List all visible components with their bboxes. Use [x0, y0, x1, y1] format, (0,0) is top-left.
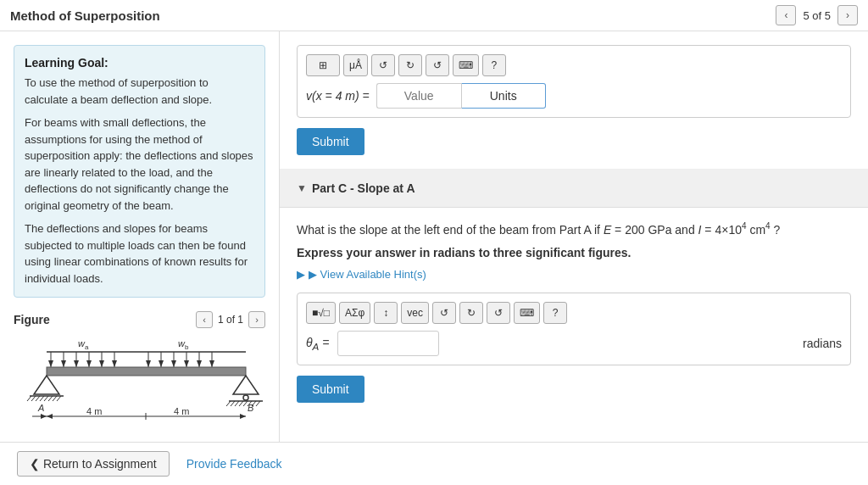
svg-line-44 — [226, 401, 231, 406]
answer-section-top: ⊞ μÅ ↺ ↻ ↺ ⌨ ? v(x = 4 m) = Submit — [280, 31, 868, 170]
figure-header: Figure ‹ 1 of 1 › — [14, 311, 265, 328]
toolbar-grid-btn[interactable]: ⊞ — [306, 54, 340, 76]
figure-section: Figure ‹ 1 of 1 › w a w b — [14, 311, 265, 428]
part-c-section: ▼ Part C - Slope at A — [280, 170, 868, 208]
svg-marker-24 — [184, 360, 189, 367]
return-button[interactable]: ❮ Return to Assignment — [17, 451, 170, 477]
header: Method of Superposition ‹ 5 of 5 › — [0, 0, 868, 31]
units-input[interactable] — [461, 83, 546, 109]
svg-marker-13 — [99, 360, 104, 367]
beam-diagram: w a w b — [17, 335, 263, 428]
svg-line-38 — [48, 396, 53, 401]
part-c-content: What is the slope at the left end of the… — [280, 208, 868, 442]
svg-text:4 m: 4 m — [174, 406, 189, 416]
svg-line-40 — [57, 396, 61, 401]
svg-line-33 — [27, 396, 31, 401]
value-input[interactable] — [376, 83, 461, 109]
pc-toolbar-undo-btn[interactable]: ↺ — [432, 302, 456, 324]
part-c-title: Part C - Slope at A — [312, 181, 415, 195]
hint-link[interactable]: ▶ ▶ View Available Hint(s) — [297, 268, 851, 281]
toolbar-redo-btn[interactable]: ↻ — [398, 54, 422, 76]
pc-toolbar-refresh-btn[interactable]: ↺ — [487, 302, 510, 324]
learning-goal-p1: To use the method of superposition to ca… — [25, 75, 254, 108]
svg-text:A: A — [37, 403, 44, 413]
svg-line-35 — [36, 396, 40, 401]
svg-text:a: a — [85, 343, 89, 351]
theta-label: θA = — [306, 336, 329, 352]
part-c-submit-button[interactable]: Submit — [297, 376, 364, 403]
part-c-answer-box: ■√□ ΑΣφ ↕ vec ↺ ↻ ↺ ⌨ ? θA = radians — [297, 293, 851, 365]
toolbar-refresh-btn[interactable]: ↺ — [426, 54, 449, 76]
learning-goal-p3: The deflections and slopes for beams sub… — [25, 220, 254, 287]
top-submit-button[interactable]: Submit — [297, 128, 364, 155]
svg-line-34 — [31, 396, 36, 401]
nav-counter: 5 of 5 — [803, 9, 831, 22]
svg-marker-20 — [159, 360, 164, 367]
value-units-row: v(x = 4 m) = — [306, 83, 842, 109]
svg-line-39 — [53, 396, 57, 401]
page-title: Method of Superposition — [10, 8, 160, 23]
part-c-math-toolbar: ■√□ ΑΣφ ↕ vec ↺ ↻ ↺ ⌨ ? — [306, 302, 842, 324]
learning-goal-text: To use the method of superposition to ca… — [25, 75, 254, 287]
figure-prev-button[interactable]: ‹ — [196, 311, 213, 328]
hint-arrow-icon: ▶ — [297, 268, 305, 281]
equation-label: v(x = 4 m) = — [306, 89, 370, 103]
right-panel: ⊞ μÅ ↺ ↻ ↺ ⌨ ? v(x = 4 m) = Submit — [280, 31, 868, 442]
figure-counter: 1 of 1 — [218, 314, 243, 326]
learning-goal-box: Learning Goal: To use the method of supe… — [14, 45, 265, 298]
svg-marker-11 — [86, 360, 92, 367]
svg-text:B: B — [248, 403, 253, 413]
svg-marker-31 — [34, 376, 59, 394]
collapse-arrow-icon[interactable]: ▼ — [297, 182, 307, 194]
pc-toolbar-redo-btn[interactable]: ↻ — [459, 302, 483, 324]
toolbar-mu-btn[interactable]: μÅ — [343, 54, 368, 76]
svg-marker-26 — [197, 360, 202, 367]
left-panel: Learning Goal: To use the method of supe… — [0, 31, 280, 442]
svg-line-47 — [239, 401, 243, 406]
svg-marker-9 — [74, 360, 79, 367]
footer: ❮ Return to Assignment Provide Feedback — [0, 442, 868, 485]
svg-line-37 — [44, 396, 48, 401]
pc-toolbar-vec-btn[interactable]: vec — [401, 302, 429, 324]
svg-marker-41 — [233, 376, 259, 394]
prev-button[interactable]: ‹ — [776, 5, 796, 25]
theta-row: θA = radians — [306, 331, 842, 356]
svg-marker-59 — [240, 414, 246, 419]
part-c-instruction: Express your answer in radians to three … — [297, 246, 851, 259]
figure-title: Figure — [14, 313, 50, 326]
toolbar-keyboard-btn[interactable]: ⌨ — [453, 54, 479, 76]
svg-line-36 — [40, 396, 44, 401]
header-navigation: ‹ 5 of 5 › — [776, 5, 858, 25]
svg-marker-7 — [61, 360, 66, 367]
svg-rect-30 — [47, 367, 246, 376]
toolbar-help-btn[interactable]: ? — [482, 54, 506, 76]
svg-marker-28 — [209, 360, 214, 367]
pc-toolbar-sqrt-btn[interactable]: ■√□ — [306, 302, 336, 324]
svg-marker-54 — [41, 414, 47, 419]
svg-line-51 — [256, 401, 260, 406]
next-button[interactable]: › — [837, 5, 858, 25]
pc-toolbar-help-btn[interactable]: ? — [543, 302, 567, 324]
svg-marker-5 — [48, 360, 53, 367]
feedback-link[interactable]: Provide Feedback — [186, 457, 282, 471]
part-c-question: What is the slope at the left end of the… — [297, 220, 851, 239]
figure-nav: ‹ 1 of 1 › — [196, 311, 265, 328]
part-c-header: ▼ Part C - Slope at A — [297, 181, 851, 195]
svg-marker-15 — [112, 360, 117, 367]
pc-toolbar-keyboard-btn[interactable]: ⌨ — [514, 302, 540, 324]
main-content: Learning Goal: To use the method of supe… — [0, 31, 868, 442]
pc-toolbar-sigma-btn[interactable]: ΑΣφ — [339, 302, 370, 324]
svg-line-46 — [235, 401, 239, 406]
theta-input[interactable] — [337, 331, 439, 356]
top-math-toolbar: ⊞ μÅ ↺ ↻ ↺ ⌨ ? — [306, 54, 842, 76]
svg-marker-22 — [171, 360, 176, 367]
svg-line-45 — [231, 401, 235, 406]
pc-toolbar-arrows-btn[interactable]: ↕ — [374, 302, 398, 324]
top-math-input-container: ⊞ μÅ ↺ ↻ ↺ ⌨ ? v(x = 4 m) = — [297, 45, 851, 118]
svg-marker-62 — [47, 414, 53, 419]
toolbar-undo-btn[interactable]: ↺ — [371, 54, 395, 76]
svg-marker-18 — [146, 360, 151, 367]
figure-next-button[interactable]: › — [248, 311, 265, 328]
learning-goal-title: Learning Goal: — [25, 56, 254, 70]
learning-goal-p2: For beams with small deflections, the as… — [25, 114, 254, 214]
